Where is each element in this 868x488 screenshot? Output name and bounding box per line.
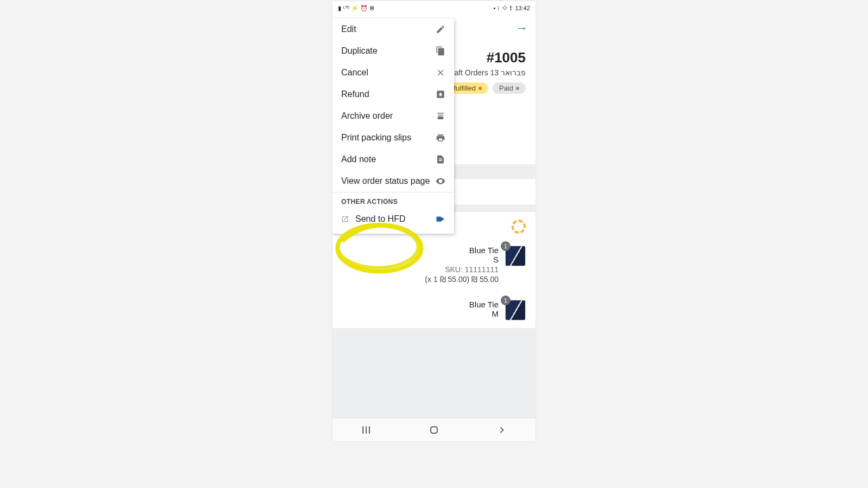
menu-label: Duplicate: [341, 46, 436, 56]
duplicate-icon: [436, 46, 445, 56]
send-hfd-label: Send to HFD: [355, 214, 405, 224]
menu-label: Cancel: [341, 68, 436, 78]
menu-send-hfd[interactable]: Send to HFD HFD: [333, 206, 454, 234]
qty-badge: 1: [501, 241, 510, 251]
other-actions-label: OTHER ACTIONS: [333, 192, 454, 206]
item-name: Blue Tie: [425, 246, 499, 255]
dot-icon: [478, 87, 482, 90]
menu-label: View order status page: [341, 176, 436, 186]
line-item[interactable]: Blue Tie S SKU: 11111111 (x 1 ₪ 55.00) ₪…: [342, 246, 526, 284]
item-price: (x 1 ₪ 55.00) ₪ 55.00: [425, 275, 499, 284]
svg-rect-3: [431, 427, 437, 433]
status-left-icons: ▮ ᴸᵀᴱ ⚡ ⏰ ⛨: [338, 5, 375, 12]
menu-view-status[interactable]: View order status page: [333, 170, 454, 192]
actions-dropdown: Edit Duplicate Cancel Refund Archive ord…: [333, 18, 454, 234]
back-icon[interactable]: [496, 425, 507, 435]
archive-icon: [436, 111, 445, 121]
refund-icon: [436, 89, 445, 99]
status-time: 13:42: [515, 5, 530, 11]
edit-icon: [436, 24, 445, 34]
paid-badge: Paid: [493, 82, 526, 94]
item-sku: SKU: 11111111: [425, 265, 499, 274]
menu-archive[interactable]: Archive order: [333, 105, 454, 127]
phone-frame: ▮ ᴸᵀᴱ ⚡ ⏰ ⛨ • ⫶ ⟡ ⥉ 13:42 → #1005 Draft …: [333, 1, 535, 441]
menu-duplicate[interactable]: Duplicate: [333, 40, 454, 62]
status-bar: ▮ ᴸᵀᴱ ⚡ ⏰ ⛨ • ⫶ ⟡ ⥉ 13:42: [333, 1, 535, 15]
close-icon: [436, 68, 445, 78]
menu-label: Archive order: [341, 111, 436, 121]
system-nav-bar: [333, 418, 535, 441]
menu-label: Add note: [341, 155, 436, 164]
status-right-icons: • ⫶ ⟡ ⥉: [493, 5, 513, 11]
back-arrow-icon[interactable]: →: [516, 21, 528, 35]
menu-edit[interactable]: Edit: [333, 18, 454, 40]
home-icon[interactable]: [429, 425, 439, 435]
menu-add-note[interactable]: Add note: [333, 149, 454, 170]
menu-label: Print packing slips: [341, 133, 436, 143]
recent-apps-icon[interactable]: [361, 425, 372, 435]
note-icon: [436, 155, 445, 164]
eye-icon: [436, 176, 445, 186]
status-ring-icon: [512, 220, 526, 234]
paid-badge-label: Paid: [499, 84, 513, 92]
item-variant: S: [425, 255, 499, 264]
dot-icon: [516, 87, 519, 90]
menu-label: Edit: [341, 24, 436, 34]
menu-cancel[interactable]: Cancel: [333, 62, 454, 84]
menu-label: Refund: [341, 89, 436, 99]
hfd-logo-icon: HFD: [436, 215, 445, 223]
svg-text:HFD: HFD: [437, 220, 442, 222]
print-icon: [436, 133, 445, 143]
qty-badge: 1: [501, 296, 510, 305]
line-item[interactable]: Blue Tie M 1: [342, 300, 526, 320]
external-link-icon: [341, 215, 349, 223]
menu-refund[interactable]: Refund: [333, 84, 454, 105]
item-name: Blue Tie: [469, 300, 499, 309]
item-variant: M: [469, 309, 499, 318]
menu-print[interactable]: Print packing slips: [333, 127, 454, 149]
